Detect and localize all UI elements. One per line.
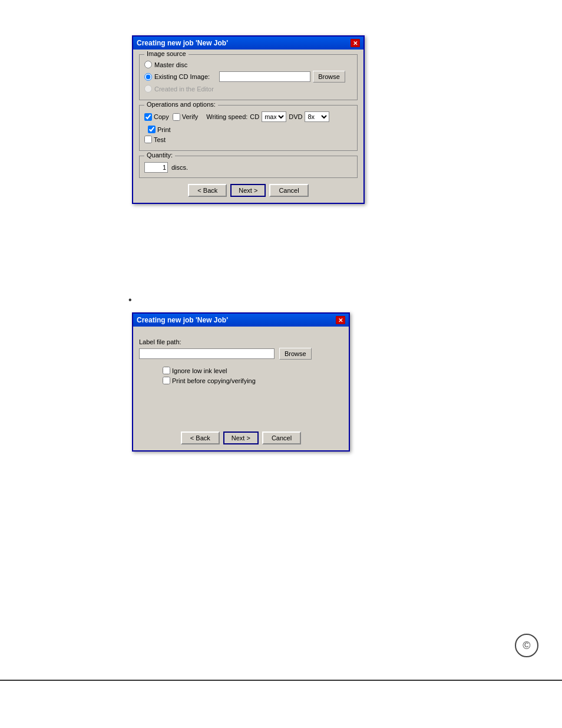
existing-cd-input[interactable]: [219, 71, 310, 82]
dialog-titlebar-1: Creating new job 'New Job' ✕: [133, 37, 363, 50]
operations-label: Operations and options:: [144, 101, 218, 108]
label-file-path-label: Label file path:: [139, 338, 343, 345]
copy-checkbox[interactable]: [144, 113, 152, 121]
copy-label-text: Copy: [154, 113, 169, 120]
copyright-symbol: ©: [523, 640, 530, 652]
image-source-group: Image source Master disc Existing CD Ima…: [139, 54, 358, 100]
created-editor-radio: [144, 85, 152, 93]
ignore-ink-label: Ignore low ink level: [163, 367, 343, 374]
dvd-label-text: DVD: [289, 113, 302, 120]
existing-cd-input-row: Browse: [219, 71, 345, 83]
dialog-buttons-1: < Back Next > Cancel: [139, 184, 358, 197]
master-disc-row: Master disc: [144, 61, 352, 68]
existing-cd-row: Existing CD Image: Browse: [144, 71, 352, 83]
image-source-content: Master disc Existing CD Image: Browse Cr…: [144, 61, 352, 93]
print-checkbox[interactable]: [148, 126, 156, 133]
close-button-2[interactable]: ✕: [336, 316, 345, 324]
next-button-2[interactable]: Next >: [223, 431, 259, 444]
dialog-titlebar-2: Creating new job 'New Job' ✕: [133, 314, 349, 327]
existing-cd-radio[interactable]: [144, 73, 152, 81]
bullet-point: •: [128, 295, 132, 305]
created-editor-row: Created in the Editor: [144, 85, 352, 93]
ignore-ink-label-text: Ignore low ink level: [172, 367, 227, 374]
dialog-create-job-2: Creating new job 'New Job' ✕ Label file …: [132, 312, 350, 452]
ignore-ink-checkbox[interactable]: [163, 367, 170, 374]
master-disc-label-text: Master disc: [154, 61, 187, 68]
verify-checkbox-label: Verify: [173, 113, 199, 121]
cancel-button-1[interactable]: Cancel: [269, 184, 308, 197]
copyright-icon: ©: [515, 634, 538, 657]
label-file-path-section: Label file path: Browse: [139, 338, 343, 360]
bottom-rule: [0, 680, 562, 681]
print-before-row: Print before copying/verifying: [163, 377, 343, 384]
dialog-title-1: Creating new job 'New Job': [137, 39, 228, 47]
quantity-content: discs.: [144, 162, 352, 173]
image-source-label: Image source: [144, 50, 189, 57]
ops-row-2: Test: [144, 136, 352, 143]
cd-speed-select[interactable]: max: [262, 111, 286, 122]
ops-row-1: Copy Verify Writing speed: CD max DVD: [144, 111, 352, 133]
writing-speed-label: Writing speed:: [206, 113, 247, 120]
ignore-ink-row: Ignore low ink level: [163, 367, 343, 374]
print-label-text: Print: [157, 126, 171, 133]
quantity-row: discs.: [144, 162, 352, 173]
master-disc-radio[interactable]: [144, 61, 152, 68]
cancel-button-2[interactable]: Cancel: [262, 431, 301, 444]
back-button-1[interactable]: < Back: [188, 184, 227, 197]
print-before-label-text: Print before copying/verifying: [172, 377, 256, 384]
print-before-label: Print before copying/verifying: [163, 377, 343, 384]
options-section: Ignore low ink level Print before copyin…: [163, 367, 343, 384]
dialog-title-2: Creating new job 'New Job': [137, 316, 228, 324]
print-before-checkbox[interactable]: [163, 377, 170, 384]
next-button-1[interactable]: Next >: [230, 184, 266, 197]
quantity-input[interactable]: [144, 162, 168, 173]
close-button-1[interactable]: ✕: [351, 39, 360, 47]
label-path-row: Browse: [139, 348, 343, 360]
verify-checkbox[interactable]: [173, 113, 180, 121]
test-checkbox[interactable]: [144, 136, 152, 143]
dialog-create-job-1: Creating new job 'New Job' ✕ Image sourc…: [132, 35, 365, 204]
cd-label-text: CD: [250, 113, 259, 120]
copy-checkbox-label: Copy: [144, 113, 169, 121]
discs-label: discs.: [171, 164, 188, 171]
test-checkbox-label: Test: [144, 136, 166, 143]
dialog-buttons-2: < Back Next > Cancel: [139, 431, 343, 444]
verify-label-text: Verify: [182, 113, 199, 120]
browse-button-1[interactable]: Browse: [313, 71, 345, 83]
dialog-body-2: Label file path: Browse Ignore low ink l…: [133, 327, 349, 450]
existing-cd-label-text: Existing CD Image:: [154, 73, 210, 80]
dvd-speed-select[interactable]: 8x: [305, 111, 329, 122]
operations-group: Operations and options: Copy Verify Writ…: [139, 105, 358, 151]
dialog-body-1: Image source Master disc Existing CD Ima…: [133, 50, 363, 203]
quantity-group: Quantity: discs.: [139, 156, 358, 178]
operations-content: Copy Verify Writing speed: CD max DVD: [144, 111, 352, 143]
quantity-label: Quantity:: [144, 151, 175, 159]
back-button-2[interactable]: < Back: [181, 431, 220, 444]
print-checkbox-label: Print: [148, 126, 171, 133]
browse-button-2[interactable]: Browse: [279, 348, 312, 360]
label-file-path-input[interactable]: [139, 348, 275, 359]
writing-speed-section: Writing speed: CD max DVD 8x: [206, 111, 329, 122]
created-editor-label-text: Created in the Editor: [154, 85, 214, 93]
test-label-text: Test: [154, 136, 166, 143]
